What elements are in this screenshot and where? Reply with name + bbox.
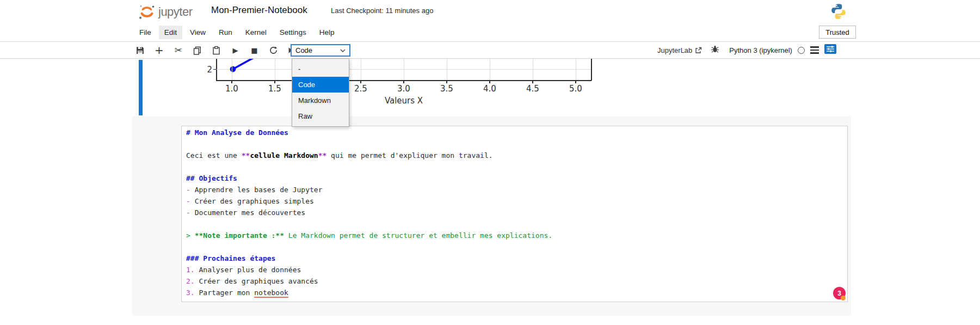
trusted-badge[interactable]: Trusted bbox=[819, 26, 856, 39]
chart-vertical-gridline bbox=[576, 59, 576, 80]
menu-run[interactable]: Run bbox=[213, 26, 238, 39]
markdown-source-line: 2. Créer des graphiques avancés bbox=[186, 277, 847, 289]
menu-settings[interactable]: Settings bbox=[274, 26, 312, 39]
chart-x-axis-label: Valeurs X bbox=[360, 96, 447, 106]
chart-y-tickmark bbox=[213, 69, 216, 70]
jupyterlab-label: JupyterLab bbox=[657, 46, 692, 54]
markdown-source-line: ## Objectifs bbox=[186, 174, 847, 186]
markdown-source-line: Ceci est une **cellule Markdown** qui me… bbox=[186, 151, 847, 163]
cell-type-option-[interactable]: - bbox=[292, 61, 349, 77]
markdown-source-line: > **Note importante :** Le Markdown perm… bbox=[186, 231, 847, 243]
open-in-jupyterlab-link[interactable]: JupyterLab bbox=[657, 46, 702, 54]
chart-vertical-gridline bbox=[275, 59, 275, 80]
chart-y-tick-label: 2 bbox=[195, 65, 212, 75]
cut-cell-button[interactable]: ✂ bbox=[172, 44, 184, 57]
chart-x-tick-label: 1.0 bbox=[220, 84, 244, 94]
bug-icon bbox=[711, 45, 719, 53]
scissors-icon: ✂ bbox=[174, 45, 182, 56]
chart-x-tickmark bbox=[575, 81, 576, 83]
markdown-source-line bbox=[186, 163, 847, 174]
chart-vertical-gridline bbox=[533, 59, 533, 80]
copy-icon bbox=[193, 46, 202, 55]
chart-x-tickmark bbox=[403, 81, 404, 83]
restart-icon bbox=[269, 46, 278, 55]
markdown-cell-editor[interactable]: # Mon Analyse de DonnéesCeci est une **c… bbox=[181, 126, 848, 302]
markdown-source-line bbox=[186, 243, 847, 254]
menu-edit[interactable]: Edit bbox=[159, 26, 182, 39]
chart-x-tick-label: 3.0 bbox=[392, 84, 416, 94]
chart-x-tick-label: 4.5 bbox=[521, 84, 545, 94]
markdown-source-line: - Créer des graphiques simples bbox=[186, 197, 847, 209]
python-logo-icon bbox=[829, 2, 848, 23]
jupyter-notebook-app: jupyter Mon-Premier-Notebook Last Checkp… bbox=[0, 0, 980, 325]
checkpoint-status: Last Checkpoint: 11 minutes ago bbox=[331, 7, 433, 15]
plus-icon: + bbox=[155, 44, 164, 57]
cell-type-select[interactable]: Code bbox=[291, 44, 350, 57]
chart-x-tickmark bbox=[231, 81, 232, 83]
cell-type-option-code[interactable]: Code bbox=[292, 77, 349, 93]
restart-kernel-button[interactable] bbox=[267, 44, 280, 57]
cell-type-dropdown-menu: -CodeMarkdownRaw bbox=[292, 58, 349, 127]
hamburger-menu-icon[interactable] bbox=[810, 46, 819, 53]
play-icon: ▶ bbox=[233, 46, 238, 54]
run-cell-button[interactable]: ▶ bbox=[229, 44, 242, 57]
chart-right-spine bbox=[591, 59, 592, 81]
menu-view[interactable]: View bbox=[184, 26, 211, 39]
chart-x-tickmark bbox=[489, 81, 490, 83]
add-cell-button[interactable]: + bbox=[153, 44, 165, 57]
chart-x-tick-label: 2.5 bbox=[349, 84, 373, 94]
header: jupyter Mon-Premier-Notebook Last Checkp… bbox=[0, 0, 980, 23]
cell-type-option-markdown[interactable]: Markdown bbox=[292, 93, 349, 108]
cell-type-option-raw[interactable]: Raw bbox=[292, 108, 349, 124]
cell-type-value: Code bbox=[295, 46, 312, 54]
jupyter-logo-icon bbox=[137, 3, 157, 21]
chart-vertical-gridline bbox=[447, 59, 447, 80]
chart-x-tickmark bbox=[274, 81, 275, 83]
markdown-source-line: - Documenter mes découvertes bbox=[186, 209, 847, 220]
chart-x-tickmark bbox=[446, 81, 447, 83]
chart-left-spine bbox=[216, 59, 217, 81]
paste-cell-button[interactable] bbox=[210, 44, 223, 57]
markdown-source-line bbox=[186, 220, 847, 231]
markdown-source-line bbox=[186, 140, 847, 151]
menu-bar: FileEditViewRunKernelSettingsHelp Truste… bbox=[0, 23, 980, 42]
stop-icon: ■ bbox=[251, 46, 257, 54]
notebook-title[interactable]: Mon-Premier-Notebook bbox=[211, 5, 307, 16]
toolbar: + ✂ ▶ ■ bbox=[0, 42, 980, 59]
paste-icon bbox=[212, 46, 221, 55]
panel-toggle-button[interactable] bbox=[824, 44, 836, 56]
chart-x-tickmark bbox=[532, 81, 533, 83]
external-link-icon bbox=[695, 47, 702, 54]
markdown-source-line: 1. Analyser plus de données bbox=[186, 266, 847, 277]
jupyter-logo-text: jupyter bbox=[158, 5, 193, 19]
chart-x-tick-label: 1.5 bbox=[263, 84, 287, 94]
menu-help[interactable]: Help bbox=[314, 26, 340, 39]
menu-bar-items: FileEditViewRunKernelSettingsHelp bbox=[134, 23, 340, 41]
chart-x-tickmark bbox=[360, 81, 361, 83]
save-button[interactable] bbox=[134, 44, 146, 57]
chart-data-line bbox=[229, 59, 261, 81]
chart-x-tick-label: 4.0 bbox=[478, 84, 502, 94]
chart-vertical-gridline bbox=[361, 59, 361, 80]
chart-x-tick-label: 5.0 bbox=[564, 84, 588, 94]
markdown-source-line: # Mon Analyse de Données bbox=[186, 128, 847, 140]
kernel-name[interactable]: Python 3 (ipykernel) bbox=[729, 46, 792, 54]
sliders-icon bbox=[824, 44, 836, 54]
chart-vertical-gridline bbox=[404, 59, 404, 80]
jupyter-logo[interactable]: jupyter bbox=[137, 3, 193, 21]
cell-selection-indicator bbox=[139, 60, 143, 115]
menu-kernel[interactable]: Kernel bbox=[240, 26, 272, 39]
notification-dot bbox=[841, 296, 846, 301]
chart-x-tick-label: 3.5 bbox=[435, 84, 459, 94]
save-icon bbox=[135, 46, 145, 55]
copy-cell-button[interactable] bbox=[191, 44, 204, 57]
debugger-button[interactable] bbox=[711, 45, 719, 56]
chart-vertical-gridline bbox=[490, 59, 490, 80]
markdown-source-line: ### Prochaines étapes bbox=[186, 254, 847, 266]
markdown-source-line: - Apprendre les bases de Jupyter bbox=[186, 186, 847, 197]
chart-vertical-gridline bbox=[232, 59, 232, 80]
interrupt-kernel-button[interactable]: ■ bbox=[248, 44, 261, 57]
menu-file[interactable]: File bbox=[134, 26, 157, 39]
markdown-source-line: 3. Partager mon notebook bbox=[186, 289, 847, 300]
kernel-status-icon bbox=[798, 47, 805, 54]
